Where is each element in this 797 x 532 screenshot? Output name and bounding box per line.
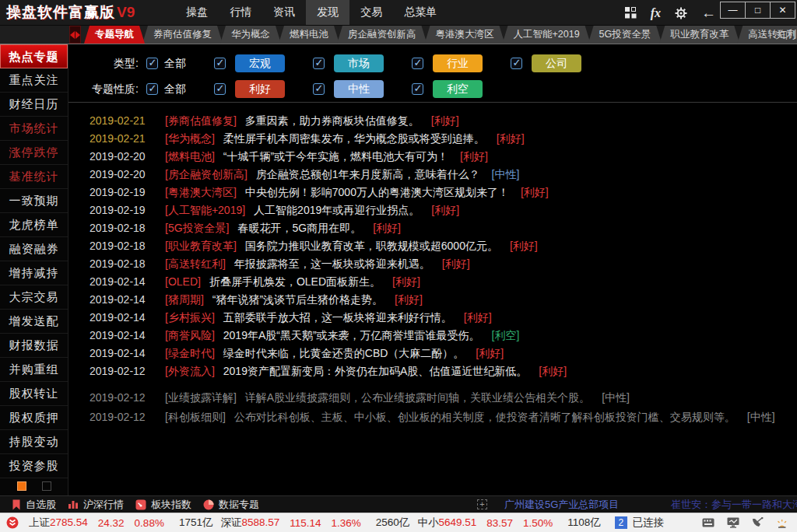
news-row[interactable]: 2019-02-21 [券商估值修复] 多重因素，助力券商板块估值修复。 [利好… bbox=[68, 112, 797, 130]
checkbox-checked-icon[interactable] bbox=[412, 58, 423, 69]
filter-pill[interactable]: 行业 bbox=[433, 54, 483, 72]
news-topic[interactable]: [5G投资全景] bbox=[165, 219, 229, 237]
filter-pill[interactable]: 市场 bbox=[334, 54, 384, 72]
topic-tab[interactable]: 华为概念 bbox=[220, 26, 281, 44]
filter-pill[interactable]: 公司 bbox=[532, 54, 581, 72]
sidebar-item[interactable]: 一致预期 bbox=[0, 189, 68, 213]
tab-scroll-arrows[interactable] bbox=[69, 26, 81, 44]
menu-item[interactable]: 交易 bbox=[349, 0, 393, 25]
news-row[interactable]: 2019-02-19 [粤港澳大湾区] 中央创先例！影响7000万人的粤港澳大湾… bbox=[68, 184, 797, 201]
news-topic[interactable]: [券商估值修复] bbox=[165, 112, 237, 130]
minimize-button[interactable]: — bbox=[720, 2, 746, 19]
menu-item[interactable]: 资讯 bbox=[262, 0, 306, 25]
data-topics-shortcut[interactable]: 数据专题 bbox=[203, 498, 259, 512]
news-row[interactable]: 2019-02-18 [5G投资全景] 春暖花开，5G商用在即。 [利好] bbox=[68, 219, 797, 237]
news-topic[interactable]: [华为概念] bbox=[165, 130, 215, 148]
maximize-button[interactable]: □ bbox=[745, 2, 771, 19]
news-row[interactable]: 2019-02-14 [OLED] 折叠屏手机焕发，OLED面板新生。 [利好] bbox=[68, 273, 797, 291]
checkbox-checked-icon[interactable] bbox=[412, 83, 423, 95]
checkbox-checked-icon[interactable] bbox=[214, 83, 226, 95]
topic-tab[interactable]: 燃料电池 bbox=[279, 26, 339, 44]
news-topic[interactable]: [燃料电池] bbox=[165, 148, 215, 166]
filter-pill[interactable]: 利好 bbox=[235, 80, 285, 98]
topic-tab[interactable]: 房企融资创新高 bbox=[337, 26, 427, 44]
layout-grid-icon[interactable] bbox=[625, 7, 637, 19]
news-topic[interactable]: [乡村振兴] bbox=[165, 309, 215, 327]
satellite-dish-icon[interactable] bbox=[752, 517, 764, 528]
topic-tab[interactable]: 5G投资全景 bbox=[588, 26, 662, 44]
news-topic[interactable]: [外资流入] bbox=[165, 362, 215, 380]
settings-gear-icon[interactable] bbox=[675, 7, 687, 19]
empty-square-indicator[interactable] bbox=[42, 481, 51, 491]
checkbox-checked-icon[interactable] bbox=[511, 58, 522, 69]
expand-chevrons-icon[interactable] bbox=[6, 516, 19, 529]
news-row[interactable]: 2019-02-12 [业绩披露详解] 详解A股业绩披露细则，公布业绩披露时间轴… bbox=[68, 388, 797, 408]
sidebar-item[interactable]: 增持减持 bbox=[0, 261, 68, 285]
sidebar-item[interactable]: 热点专题 bbox=[0, 44, 68, 68]
news-row[interactable]: 2019-02-14 [商誉风险] 2019年A股“黑天鹅”或来袭，万亿商誉埋雷… bbox=[68, 327, 797, 345]
checkbox-checked-icon[interactable] bbox=[313, 83, 325, 95]
news-topic[interactable]: [绿金时代] bbox=[165, 345, 215, 362]
sidebar-item[interactable]: 重点关注 bbox=[0, 68, 68, 93]
watchlist-shortcut[interactable]: 自选股 bbox=[12, 498, 56, 512]
sidebar-item[interactable]: 基准统计 bbox=[0, 165, 68, 189]
news-topic[interactable]: [商誉风险] bbox=[165, 327, 215, 345]
filter-pill[interactable]: 中性 bbox=[334, 80, 384, 98]
sidebar-item[interactable]: 财经日历 bbox=[0, 93, 68, 117]
sidebar-item[interactable]: 并购重组 bbox=[0, 358, 68, 382]
topic-tab[interactable]: 职业教育改革 bbox=[659, 26, 739, 44]
orange-square-indicator[interactable] bbox=[17, 481, 26, 491]
market-quotes-shortcut[interactable]: 沪深行情 bbox=[68, 498, 124, 512]
checkbox-checked-icon[interactable] bbox=[146, 58, 158, 69]
news-row[interactable]: 2019-02-12 [科创板细则] 公布对比科创板、主板、中小板、创业板的相关… bbox=[68, 408, 797, 427]
news-row[interactable]: 2019-02-14 [绿金时代] 绿金时代来临，比黄金还贵的CBD（大麻二酚）… bbox=[68, 345, 797, 362]
news-row[interactable]: 2019-02-20 [房企融资创新高] 房企融资总额创1年来月度新高，意味着什… bbox=[68, 166, 797, 184]
sidebar-item[interactable]: 股权转让 bbox=[0, 382, 68, 406]
menu-item[interactable]: 操盘 bbox=[175, 0, 219, 25]
sector-index-shortcut[interactable]: 板块指数 bbox=[135, 498, 191, 512]
sidebar-item[interactable]: 市场统计 bbox=[0, 117, 68, 141]
sidebar-item[interactable]: 大宗交易 bbox=[0, 285, 68, 310]
checkbox-checked-icon[interactable] bbox=[214, 58, 226, 69]
news-topic[interactable]: [粤港澳大湾区] bbox=[165, 184, 237, 201]
close-button[interactable]: ✕ bbox=[770, 2, 795, 19]
menu-item[interactable]: 总菜单 bbox=[393, 0, 448, 25]
sidebar-item[interactable]: 增发送配 bbox=[0, 310, 68, 334]
topic-tab[interactable]: 专题导航 bbox=[84, 26, 145, 44]
monitor-signal-icon[interactable] bbox=[727, 517, 739, 528]
news-row[interactable]: 2019-02-18 [职业教育改革] 国务院力推职业教育改革，职教规模或超60… bbox=[68, 237, 797, 255]
sidebar-item[interactable]: 融资融券 bbox=[0, 237, 68, 261]
news-topic[interactable]: [猪周期] bbox=[165, 291, 204, 309]
news-row[interactable]: 2019-02-21 [华为概念] 柔性屏手机本周密集发布，华为概念股或将受到追… bbox=[68, 130, 797, 148]
news-ticker-primary[interactable]: 广州建设5G产业总部项目 bbox=[504, 496, 619, 513]
alarm-lamp-icon[interactable] bbox=[776, 517, 788, 528]
topic-tab[interactable]: 券商估值修复 bbox=[142, 26, 223, 44]
news-row[interactable]: 2019-02-19 [人工智能+2019] 人工智能2019年或再迎行业拐点。… bbox=[68, 201, 797, 219]
tabs-close-button[interactable]: 关闭 bbox=[775, 26, 797, 44]
topic-tab[interactable]: 人工智能+2019 bbox=[503, 26, 591, 44]
news-topic[interactable]: [人工智能+2019] bbox=[165, 201, 245, 219]
topic-tab[interactable]: 粤港澳大湾区 bbox=[425, 26, 505, 44]
filter-pill[interactable]: 宏观 bbox=[235, 54, 285, 72]
checkbox-checked-icon[interactable] bbox=[313, 58, 325, 69]
news-topic[interactable]: [职业教育改革] bbox=[165, 237, 237, 255]
checkbox-checked-icon[interactable] bbox=[146, 83, 158, 95]
news-ticker-secondary[interactable]: 崔世安：参与一带一路和大湾区可使澳 bbox=[671, 496, 797, 513]
news-row[interactable]: 2019-02-20 [燃料电池] “十城千辆”或于今年实施，燃料电池大有可为！… bbox=[68, 148, 797, 166]
filter-pill[interactable]: 利空 bbox=[433, 80, 483, 98]
sidebar-item[interactable]: 财报数据 bbox=[0, 334, 68, 358]
keyboard-icon[interactable] bbox=[702, 518, 714, 527]
sidebar-item[interactable]: 龙虎榜单 bbox=[0, 213, 68, 237]
news-topic[interactable]: [科创板细则] bbox=[165, 408, 226, 427]
news-topic[interactable]: [高送转红利] bbox=[165, 255, 226, 273]
menu-item[interactable]: 行情 bbox=[219, 0, 262, 25]
sidebar-item[interactable]: 股权质押 bbox=[0, 406, 68, 430]
sidebar-item[interactable]: 持股变动 bbox=[0, 430, 68, 454]
news-row[interactable]: 2019-02-14 [乡村振兴] 五部委联手放大招，这一板块将迎来利好行情。 … bbox=[68, 309, 797, 327]
sidebar-item[interactable]: 涨停跌停 bbox=[0, 141, 68, 165]
back-arrow-icon[interactable]: ← bbox=[701, 5, 716, 20]
news-row[interactable]: 2019-02-12 [外资流入] 2019资产配置新变局：外资仍在加码A股、估… bbox=[68, 362, 797, 380]
menu-item[interactable]: 发现 bbox=[306, 0, 349, 25]
news-topic[interactable]: [OLED] bbox=[165, 273, 201, 291]
news-topic[interactable]: [房企融资创新高] bbox=[165, 166, 248, 184]
